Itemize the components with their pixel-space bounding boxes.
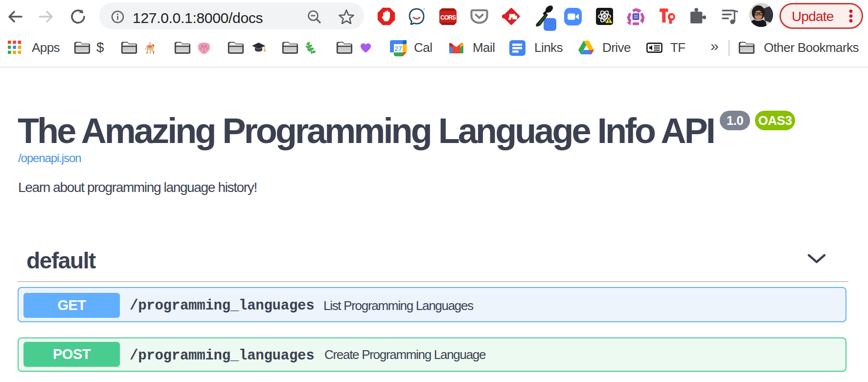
svg-text:CORS: CORS [440, 14, 456, 21]
svg-text:27: 27 [394, 45, 402, 52]
